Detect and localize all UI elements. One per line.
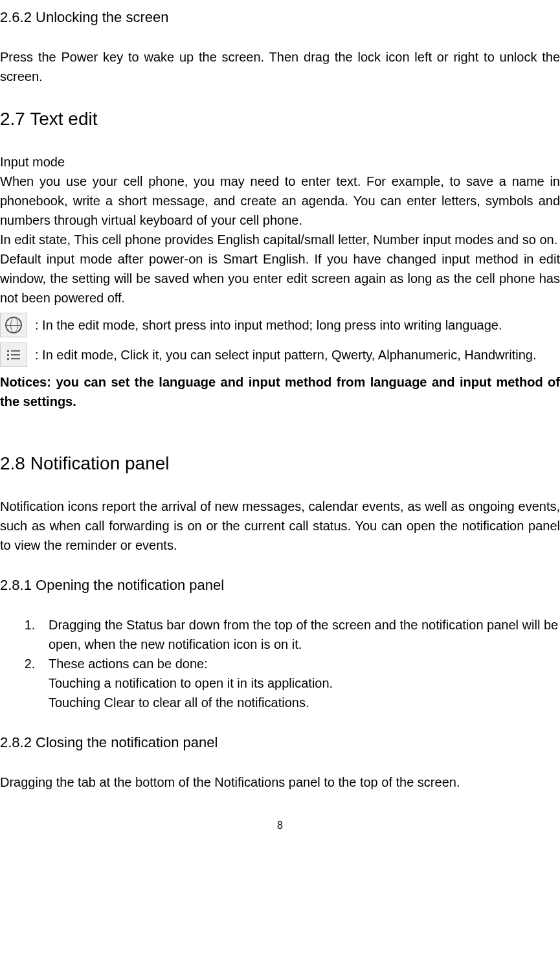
paragraph-2-7-p2: In edit state, This cell phone provides … xyxy=(0,230,560,249)
paragraph-2-7-p3: Default input mode after power-on is Sma… xyxy=(0,249,560,308)
heading-2-6-2: 2.6.2 Unlocking the screen xyxy=(0,6,560,28)
paragraph-2-6-2: Press the Power key to wake up the scree… xyxy=(0,47,560,86)
page-number: 8 xyxy=(0,818,560,833)
heading-2-7: 2.7 Text edit xyxy=(0,106,560,133)
list-item-2a: Touching a notification to open it in it… xyxy=(49,673,560,693)
paragraph-2-8-2: Dragging the tab at the bottom of the No… xyxy=(0,772,560,792)
notice-text: Notices: you can set the language and in… xyxy=(0,372,560,411)
list-item-1: Dragging the Status bar down from the to… xyxy=(39,615,560,654)
heading-2-8: 2.8 Notification panel xyxy=(0,450,560,477)
subheading-input-mode: Input mode xyxy=(0,152,560,172)
paragraph-2-8-intro: Notification icons report the arrival of… xyxy=(0,497,560,555)
list-item-2: These actions can be done: xyxy=(39,654,560,673)
icon-list-description: : In edit mode, Click it, you can select… xyxy=(35,345,560,365)
list-item-2b: Touching Clear to clear all of the notif… xyxy=(49,693,560,712)
globe-icon xyxy=(0,313,27,337)
heading-2-8-1: 2.8.1 Opening the notification panel xyxy=(0,574,560,596)
heading-2-8-2: 2.8.2 Closing the notification panel xyxy=(0,732,560,753)
icon-globe-description: : In the edit mode, short press into inp… xyxy=(35,315,560,335)
list-pattern-icon xyxy=(0,343,27,367)
paragraph-2-7-p1: When you use your cell phone, you may ne… xyxy=(0,172,560,230)
